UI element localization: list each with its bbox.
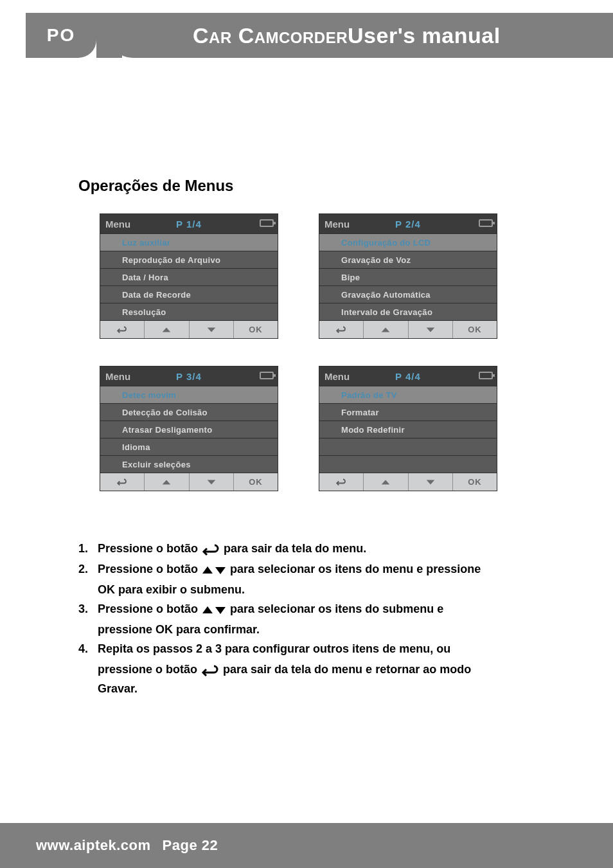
menu-screen-2: Menu P 2/4 Configuração do LCD Gravação … [319, 213, 497, 339]
instr-text: pressione [98, 623, 155, 636]
menu-header: Menu P 4/4 [319, 366, 497, 386]
back-icon[interactable] [100, 473, 145, 491]
menu-row[interactable]: Configuração do LCD [319, 233, 497, 251]
ok-glyph: OK [98, 583, 115, 596]
menu-row[interactable]: Reprodução de Arquivo [100, 251, 278, 268]
menu-page-indicator: P 3/4 [176, 371, 202, 382]
instr-text: Pressione o botão [98, 542, 201, 555]
up-down-icon [201, 561, 227, 579]
menu-row[interactable]: Detec movim [100, 386, 278, 403]
down-icon[interactable] [409, 473, 453, 491]
instruction-step-3-cont: pressione OK para confirmar. [98, 621, 562, 639]
title-strong: Car Camcorder [193, 23, 348, 48]
menu-page-indicator: P 4/4 [395, 371, 421, 382]
instr-text: Pressione o botão [98, 602, 201, 615]
battery-icon [260, 372, 274, 379]
battery-icon [479, 219, 493, 227]
page-footer: www.aiptek.com Page 22 [0, 823, 613, 868]
up-down-icon [201, 601, 227, 619]
battery-icon [260, 219, 274, 227]
menu-row[interactable]: Padrão de TV [319, 386, 497, 403]
menu-page-indicator: P 1/4 [176, 219, 202, 230]
menu-footer: OK [100, 320, 278, 338]
menu-row[interactable]: Atrasar Desligamento [100, 420, 278, 438]
instruction-step-2-cont: OK para exibir o submenu. [98, 581, 562, 599]
instruction-step-4-cont2: Gravar. [98, 680, 562, 698]
return-icon [201, 540, 220, 558]
down-icon[interactable] [190, 473, 234, 491]
menu-label: Menu [324, 371, 350, 382]
up-icon[interactable] [145, 321, 189, 338]
header-notch [96, 13, 122, 58]
menu-row[interactable]: Bipe [319, 268, 497, 285]
ok-button[interactable]: OK [234, 473, 278, 491]
back-icon[interactable] [319, 321, 364, 338]
menu-screen-4: Menu P 4/4 Padrão de TV Formatar Modo Re… [319, 366, 497, 491]
menu-screen-1: Menu P 1/4 Luz auxiliar Reprodução de Ar… [100, 213, 278, 339]
instruction-step-4-cont: pressione o botão para sair da tela do m… [98, 661, 562, 679]
instr-text: para sair da tela do menu. [224, 542, 366, 555]
menu-page-indicator: P 2/4 [395, 219, 421, 230]
menu-row[interactable]: Excluir seleções [100, 455, 278, 473]
return-icon [200, 662, 220, 680]
footer-page-number: Page 22 [163, 837, 218, 854]
instr-text: para confirmar. [176, 623, 260, 636]
menu-row[interactable]: Formatar [319, 403, 497, 420]
menu-rows: Padrão de TV Formatar Modo Redefinir [319, 386, 497, 473]
back-icon[interactable] [319, 473, 364, 491]
ok-button[interactable]: OK [453, 321, 497, 338]
ok-button[interactable]: OK [234, 321, 278, 338]
section-heading: Operações de Menus [78, 177, 233, 195]
instruction-step-3: 3. Pressione o botão para selecionar os … [78, 601, 562, 619]
menu-row[interactable]: Luz auxiliar [100, 233, 278, 251]
instr-text: para sair da tela do menu e retornar ao … [223, 663, 471, 676]
menu-rows: Configuração do LCD Gravação de Voz Bipe… [319, 233, 497, 320]
language-badge: PO [26, 13, 96, 58]
header-bar: PO Car Camcorder User's manual [0, 13, 613, 58]
menu-label: Menu [324, 219, 350, 230]
menu-row[interactable]: Intervalo de Gravação [319, 303, 497, 320]
menu-row[interactable]: Data de Recorde [100, 285, 278, 303]
instr-text: para selecionar os itens do menu e press… [230, 563, 481, 575]
menu-row[interactable]: Modo Redefinir [319, 420, 497, 438]
up-icon[interactable] [364, 321, 408, 338]
instr-text: pressione o botão [98, 663, 200, 676]
instr-text: Pressione o botão [98, 563, 201, 575]
menu-row[interactable]: Gravação de Voz [319, 251, 497, 268]
menu-header: Menu P 3/4 [100, 366, 278, 386]
menu-row[interactable]: Resolução [100, 303, 278, 320]
page-title: Car Camcorder User's manual [109, 13, 613, 58]
footer-website: www.aiptek.com [36, 837, 151, 854]
down-icon[interactable] [409, 321, 453, 338]
menu-rows: Luz auxiliar Reprodução de Arquivo Data … [100, 233, 278, 320]
menu-screens-grid: Menu P 1/4 Luz auxiliar Reprodução de Ar… [100, 213, 511, 491]
ok-button[interactable]: OK [453, 473, 497, 491]
instr-text: Gravar. [98, 682, 138, 695]
menu-rows: Detec movim Detecção de Colisão Atrasar … [100, 386, 278, 473]
instr-text: para exibir o submenu. [118, 583, 245, 596]
menu-row[interactable]: Idioma [100, 438, 278, 455]
back-icon[interactable] [100, 321, 145, 338]
menu-row[interactable]: Gravação Automática [319, 285, 497, 303]
instruction-step-4: 4. Repita os passos 2 a 3 para configura… [78, 640, 562, 658]
menu-row [319, 455, 497, 473]
up-icon[interactable] [145, 473, 189, 491]
menu-header: Menu P 2/4 [319, 214, 497, 233]
instruction-step-1: 1. Pressione o botão para sair da tela d… [78, 540, 562, 558]
instr-text: Repita os passos 2 a 3 para configurar o… [98, 642, 450, 655]
menu-footer: OK [100, 473, 278, 491]
ok-glyph: OK [155, 623, 173, 636]
up-icon[interactable] [364, 473, 408, 491]
menu-screen-3: Menu P 3/4 Detec movim Detecção de Colis… [100, 366, 278, 491]
title-rest: User's manual [348, 23, 501, 48]
menu-footer: OK [319, 473, 497, 491]
instructions-list: 1. Pressione o botão para sair da tela d… [78, 540, 562, 700]
menu-row[interactable]: Data / Hora [100, 268, 278, 285]
instruction-step-2: 2. Pressione o botão para selecionar os … [78, 561, 562, 579]
down-icon[interactable] [190, 321, 234, 338]
instr-text: para selecionar os itens do submenu e [230, 602, 443, 615]
menu-header: Menu P 1/4 [100, 214, 278, 233]
menu-label: Menu [105, 371, 130, 382]
battery-icon [479, 372, 493, 379]
menu-row[interactable]: Detecção de Colisão [100, 403, 278, 420]
